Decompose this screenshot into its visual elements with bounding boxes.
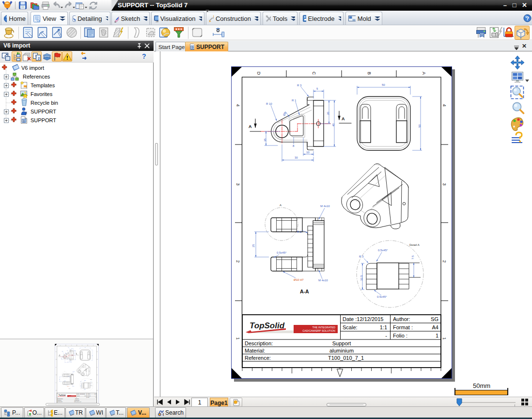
svg-text:D: D (481, 33, 483, 36)
svg-text:?: ? (526, 16, 529, 21)
svg-text:R 10: R 10 (266, 102, 272, 105)
svg-text:SUPPORT: SUPPORT (31, 117, 56, 123)
svg-text:R 1: R 1 (292, 99, 297, 102)
svg-text:4: 4 (235, 104, 240, 106)
svg-text:D: D (192, 46, 194, 49)
svg-text:0.5x45°: 0.5x45° (377, 295, 387, 298)
svg-text:B: B (367, 72, 372, 75)
svg-text:35: 35 (264, 138, 266, 142)
svg-text:2: 2 (442, 260, 447, 262)
svg-text:A: A (249, 124, 252, 129)
svg-text:D: D (256, 72, 261, 75)
svg-text:A: A (342, 116, 345, 121)
svg-text:-: - (385, 333, 387, 338)
svg-text:Support: Support (332, 340, 351, 346)
svg-text:Detail A: Detail A (409, 243, 420, 246)
svg-text:3: 3 (235, 183, 240, 185)
svg-text:C: C (312, 72, 316, 75)
svg-text:Format :: Format : (393, 324, 413, 330)
svg-text:Description:: Description: (245, 340, 273, 346)
svg-text:25: 25 (252, 244, 255, 247)
svg-text:Templates: Templates (31, 82, 55, 88)
svg-text:Ø10 H7: Ø10 H7 (294, 278, 304, 281)
svg-text:1: 1 (235, 337, 240, 339)
svg-text:Material:: Material: (245, 348, 265, 354)
svg-text:10: 10 (306, 151, 310, 154)
svg-text:M 4x10: M 4x10 (318, 279, 328, 282)
svg-text:50: 50 (418, 124, 421, 128)
svg-text:References: References (23, 74, 50, 80)
svg-text:SG: SG (431, 316, 438, 322)
svg-text:Scale:: Scale: (343, 324, 358, 330)
svg-text:2: 2 (38, 57, 40, 60)
svg-text:3: 3 (442, 183, 447, 185)
svg-text:1: 1 (436, 333, 438, 338)
svg-text:2: 2 (235, 260, 240, 262)
svg-text:R 3: R 3 (297, 84, 302, 87)
svg-text:4: 4 (442, 104, 447, 106)
svg-text:Author:: Author: (393, 316, 410, 322)
svg-text:0.5x45°: 0.5x45° (277, 251, 287, 254)
svg-text:aluminium: aluminium (329, 348, 354, 354)
svg-text:1:1: 1:1 (380, 324, 387, 330)
svg-text:V6 import: V6 import (21, 65, 44, 71)
svg-text:R 3: R 3 (359, 255, 364, 258)
svg-text:A-A: A-A (300, 289, 309, 294)
svg-text:THE INTEGRATED: THE INTEGRATED (312, 326, 335, 329)
svg-text:Folio :: Folio : (393, 333, 407, 338)
svg-text:A4: A4 (432, 324, 438, 330)
svg-text:1: 1 (442, 337, 447, 339)
svg-text:SUPPORT: SUPPORT (31, 109, 56, 114)
svg-text:Reference:: Reference: (245, 355, 271, 361)
svg-text:CAD/CAM/ERP SOLUTION: CAD/CAM/ERP SOLUTION (302, 329, 335, 332)
svg-text:50: 50 (382, 83, 385, 86)
svg-text:Favorites: Favorites (31, 91, 53, 97)
svg-text:TopSolid: TopSolid (250, 321, 285, 330)
svg-text:T100_010_7_1: T100_010_7_1 (328, 355, 364, 361)
svg-text:0.5x45°: 0.5x45° (378, 249, 388, 252)
svg-text:A: A (422, 72, 426, 75)
svg-text:A: A (280, 204, 282, 207)
svg-text:7.5: 7.5 (411, 255, 414, 259)
svg-text:M 4x10: M 4x10 (320, 205, 330, 208)
svg-text:1: 1 (35, 54, 37, 58)
svg-text:D: D (23, 119, 25, 123)
svg-text:20: 20 (327, 112, 329, 115)
svg-text:Date :12/12/2015: Date :12/12/2015 (343, 316, 383, 322)
svg-text:30: 30 (295, 156, 298, 159)
svg-text:32.5: 32.5 (360, 275, 363, 281)
svg-text:Recycle bin: Recycle bin (31, 100, 58, 106)
svg-text:40: 40 (332, 123, 335, 127)
svg-text:R 2: R 2 (297, 230, 302, 233)
